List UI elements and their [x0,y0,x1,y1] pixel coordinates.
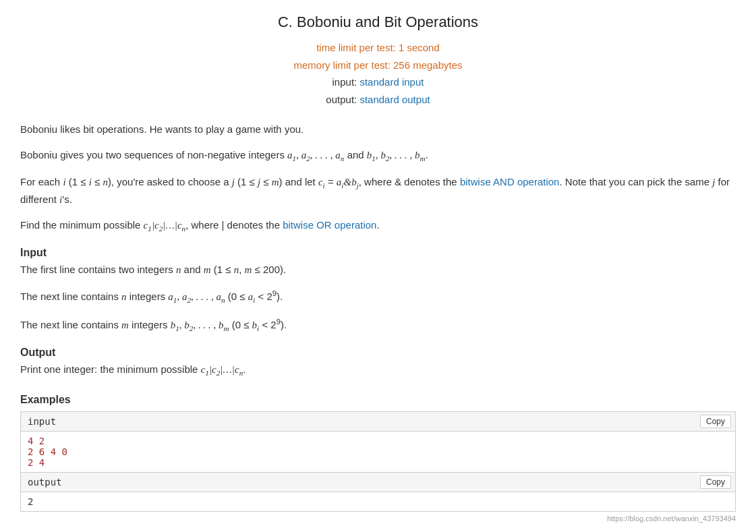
paragraph-2: Boboniu gives you two sequences of non-n… [20,147,736,165]
input-line-1: 4 2 [28,436,728,446]
output-data-cell: 2 [21,492,736,512]
input-line-2: 2 6 4 0 [28,446,728,457]
time-limit: time limit per test: 1 second [20,39,736,57]
paragraph-1: Boboniu likes bit operations. He wants t… [20,121,736,138]
meta-info: time limit per test: 1 second memory lim… [20,39,736,108]
copy-input-button[interactable]: Copy [700,415,731,428]
output-type: output: standard output [20,91,736,109]
input-heading: Input [20,247,736,259]
output-header-cell: output Copy [21,473,736,492]
memory-limit: memory limit per test: 256 megabytes [20,57,736,74]
input-line-3: 2 4 [28,457,728,468]
output-data-row: 2 [21,492,736,512]
input-header-row: input Copy [21,412,736,432]
examples-heading: Examples [20,394,736,406]
input-header-cell: input Copy [21,412,736,432]
copy-output-button[interactable]: Copy [700,475,731,489]
paragraph-3: For each i (1 ≤ i ≤ n), you're asked to … [20,174,736,208]
bitwise-and-link[interactable]: bitwise AND operation [460,176,560,187]
input-type: input: standard input [20,73,736,91]
output-paragraph: Print one integer: the minimum possible … [20,361,736,379]
page-title: C. Boboniu and Bit Operations [20,13,736,31]
input-paragraph-1: The first line contains two integers n a… [20,262,736,278]
examples-table: input Copy 4 2 2 6 4 0 2 4 output Copy 2 [20,411,736,512]
input-label: input [28,416,56,427]
input-data-row: 4 2 2 6 4 0 2 4 [21,432,736,473]
output-heading: Output [20,347,736,359]
output-header-row: output Copy [21,473,736,492]
paragraph-4: Find the minimum possible c1|c2|…|cn, wh… [20,217,736,235]
input-paragraph-2: The next line contains n integers a1, a2… [20,287,736,306]
input-data-cell: 4 2 2 6 4 0 2 4 [21,432,736,473]
bitwise-or-link[interactable]: bitwise OR operation [283,219,376,231]
input-paragraph-3: The next line contains m integers b1, b2… [20,316,736,334]
output-label: output [28,477,62,487]
watermark: https://blog.csdn.net/wanxin_43793494 [20,514,736,523]
